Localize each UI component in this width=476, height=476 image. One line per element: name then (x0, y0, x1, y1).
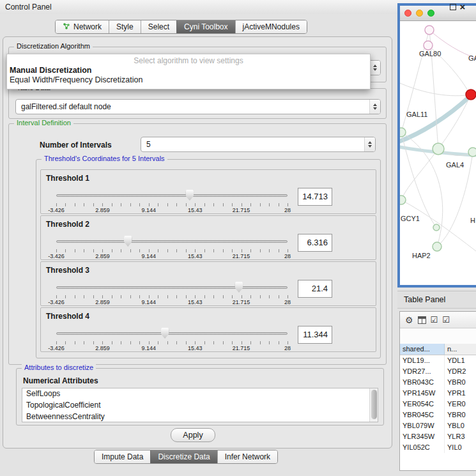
select-none-checkbox-icon[interactable]: ☑ (442, 316, 450, 324)
network-node[interactable] (433, 242, 441, 251)
tab-select[interactable]: Select (141, 20, 176, 33)
close-panel-icon[interactable]: × (457, 1, 468, 13)
number-of-intervals-combo[interactable]: 5 (141, 137, 376, 152)
tab-cyni-toolbox[interactable]: Cyni Toolbox (176, 20, 234, 33)
threshold-1-value-field[interactable]: 14.713 (298, 188, 332, 206)
slider-track[interactable] (56, 332, 288, 335)
table-cell[interactable]: YDL19... (400, 355, 445, 366)
threshold-3-slider[interactable] (56, 281, 288, 294)
list-scrollbar[interactable] (369, 388, 378, 422)
list-item[interactable]: TopologicalCoefficient (22, 400, 378, 411)
table-cell[interactable]: YBR0 (445, 377, 476, 388)
cyni-bottom-tabs: Impute Data Discretize Data Infer Networ… (94, 450, 278, 464)
dropdown-option-equal-width[interactable]: Equal Width/Frequency Discretization (7, 75, 370, 85)
network-node[interactable] (424, 41, 433, 50)
tab-discretize-data[interactable]: Discretize Data (150, 450, 217, 463)
scrollbar-thumb[interactable] (371, 390, 377, 419)
tab-style[interactable]: Style (109, 20, 141, 33)
table-cell[interactable]: YBR0 (445, 410, 476, 420)
slider-thumb[interactable] (161, 328, 169, 339)
tick-label: 28 (284, 345, 291, 351)
table-cell[interactable]: YDR2 (445, 366, 476, 377)
network-node[interactable] (433, 143, 444, 155)
table-row[interactable]: YBL079WYBL0 (400, 420, 476, 431)
select-all-checkbox-icon[interactable]: ☑ (431, 316, 438, 324)
table-cell[interactable]: YBL079W (400, 420, 445, 431)
window-minimize-button[interactable] (416, 10, 423, 17)
table-row[interactable]: YDL19...YDL1 (400, 355, 476, 366)
table-row[interactable]: YIL052CYIL0 (400, 442, 476, 453)
gear-icon[interactable]: ⚙ (405, 316, 413, 325)
threshold-label: Threshold 2 (46, 220, 89, 229)
tick-label: -3.426 (48, 253, 65, 259)
combo-stepper-icon[interactable] (369, 100, 380, 114)
float-panel-icon[interactable] (450, 4, 456, 10)
slider-thumb[interactable] (185, 190, 194, 201)
table-row[interactable]: YBR043CYBR0 (400, 377, 476, 388)
combo-stepper-icon[interactable] (364, 137, 375, 151)
network-node-selected[interactable] (466, 89, 476, 100)
table-cell[interactable]: YER054C (400, 399, 445, 410)
table-row[interactable]: YER054CYER0 (400, 399, 476, 410)
window-zoom-button[interactable] (427, 10, 434, 17)
tick-label: 9.144 (142, 345, 157, 351)
network-view-window: GAL80 GA GAL11 GAL4 GCY1 H HAP2 (397, 3, 476, 288)
table-cell[interactable]: YBR043C (400, 377, 445, 388)
algorithm-dropdown-list: Select algorithm to view settings Manual… (6, 54, 371, 89)
dropdown-option-manual[interactable]: Manual Discretization (7, 66, 370, 75)
control-panel-tabs: Network Style Select Cyni Toolbox jActiv… (55, 20, 307, 34)
tab-label: Style (116, 22, 134, 31)
threshold-2-value-field[interactable]: 6.316 (298, 234, 332, 252)
table-cell[interactable]: YER0 (445, 399, 476, 410)
network-node[interactable] (425, 26, 434, 35)
threshold-1-slider[interactable] (56, 189, 288, 202)
list-item[interactable]: SelfLoops (22, 388, 378, 400)
columns-icon[interactable] (418, 316, 426, 324)
network-node[interactable] (468, 148, 476, 157)
table-panel: ⚙ ☑ ☑ shared... n... YDL19...YDL1 YDR27.… (399, 311, 476, 471)
combo-stepper-icon[interactable] (369, 61, 380, 75)
table-row[interactable]: YDR27...YDR2 (400, 366, 476, 377)
table-row[interactable]: YPR145WYPR1 (400, 388, 476, 399)
network-node[interactable] (400, 128, 406, 137)
table-cell[interactable]: YLR3 (445, 431, 476, 442)
slider-thumb[interactable] (234, 282, 243, 293)
table-cell[interactable]: YPR1 (445, 388, 476, 399)
table-cell[interactable]: YDL1 (445, 355, 476, 366)
window-close-button[interactable] (404, 10, 411, 17)
threshold-2-slider[interactable] (56, 235, 288, 248)
slider-track[interactable] (56, 286, 288, 289)
table-cell[interactable]: YIL0 (445, 442, 476, 453)
table-data-combo[interactable]: galFiltered.sif default node (15, 99, 381, 114)
tab-network[interactable]: Network (56, 20, 109, 33)
table-cell[interactable]: YIL052C (400, 442, 445, 453)
apply-button[interactable]: Apply (171, 428, 215, 442)
threshold-3-value-field[interactable]: 21.4 (298, 280, 332, 298)
table-cell[interactable]: YPR145W (400, 388, 445, 399)
tab-infer-network[interactable]: Infer Network (217, 450, 277, 463)
tab-jactivemnodules[interactable]: jActiveMNodules (235, 20, 307, 33)
threshold-4-panel: Threshold 4 -3.426 2.859 9.144 15.43 21.… (40, 307, 376, 352)
column-header-shared[interactable]: shared... (400, 344, 445, 355)
network-node[interactable] (400, 196, 406, 204)
table-cell[interactable]: YBR045C (400, 410, 445, 420)
table-cell[interactable]: YBL0 (445, 420, 476, 431)
slider-track[interactable] (56, 194, 288, 197)
number-of-intervals-value: 5 (141, 140, 364, 149)
table-cell[interactable]: YDR27... (400, 366, 445, 377)
slider-thumb[interactable] (124, 236, 132, 247)
threshold-4-value-field[interactable]: 11.344 (298, 326, 332, 344)
table-cell[interactable]: YLR345W (400, 431, 445, 442)
slider-track[interactable] (56, 240, 288, 243)
network-canvas[interactable]: GAL80 GA GAL11 GAL4 GCY1 H HAP2 (400, 21, 476, 285)
tab-impute-data[interactable]: Impute Data (95, 450, 150, 463)
tick-label: 2.859 (95, 345, 110, 351)
list-item[interactable]: BetweennessCentrality (22, 411, 378, 422)
network-node[interactable] (433, 224, 440, 231)
table-row[interactable]: YBR045CYBR0 (400, 410, 476, 420)
tab-label: Discretize Data (158, 452, 210, 461)
table-row[interactable]: YLR345WYLR3 (400, 431, 476, 442)
tab-label: Network (73, 22, 102, 31)
column-header-name[interactable]: n... (445, 344, 476, 355)
threshold-4-slider[interactable] (56, 327, 288, 340)
